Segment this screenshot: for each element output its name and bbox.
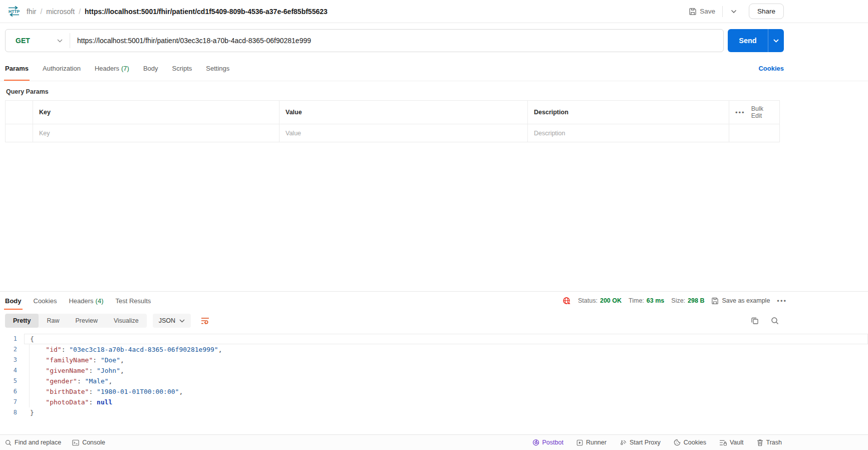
description-input[interactable]: [534, 130, 723, 137]
line-number[interactable]: 6: [0, 386, 24, 397]
status-label: Status:: [578, 297, 598, 304]
response-tab-headers-count: (4): [96, 297, 104, 305]
view-visualize-button[interactable]: Visualize: [106, 314, 147, 328]
breadcrumb: fhir / microsoft / https://localhost:500…: [27, 8, 328, 16]
time-indicator: Time: 63 ms: [629, 297, 664, 304]
code-line[interactable]: 2 "id": "03ec3c18-a70b-4acd-8365-06f9028…: [0, 344, 868, 355]
value-input[interactable]: [285, 130, 521, 137]
code-line[interactable]: 8 }: [0, 407, 868, 418]
url-input[interactable]: [70, 37, 723, 45]
response-tab-test-results[interactable]: Test Results: [116, 292, 151, 310]
response-tab-body-label: Body: [5, 297, 22, 305]
view-preview-button[interactable]: Preview: [67, 314, 105, 328]
bulk-edit-button[interactable]: Bulk Edit: [751, 105, 773, 119]
wrap-lines-icon[interactable]: [198, 314, 213, 327]
tab-settings[interactable]: Settings: [206, 56, 229, 81]
cookies-button[interactable]: Cookies: [674, 439, 706, 446]
time-value: 63 ms: [647, 297, 664, 304]
find-and-replace-button[interactable]: Find and replace: [5, 439, 61, 446]
request-title[interactable]: https://localhost:5001/fhir/patient/cd1f…: [85, 8, 328, 16]
tab-headers-count: (7): [121, 65, 129, 72]
code-line[interactable]: 1 {: [0, 334, 868, 344]
more-options-icon[interactable]: •••: [777, 297, 787, 305]
cookies-link[interactable]: Cookies: [758, 56, 784, 81]
line-number[interactable]: 3: [0, 355, 24, 365]
breadcrumb-separator: /: [40, 8, 42, 16]
tab-params[interactable]: Params: [5, 56, 29, 81]
request-tabs: Params Authorization Headers (7) Body Sc…: [0, 56, 868, 81]
breadcrumb-item-microsoft[interactable]: microsoft: [46, 8, 75, 16]
line-number[interactable]: 7: [0, 397, 24, 407]
runner-button[interactable]: Runner: [576, 439, 607, 446]
ssl-warning-icon[interactable]: [562, 297, 571, 305]
share-button[interactable]: Share: [749, 4, 784, 19]
indent: [30, 356, 46, 364]
indent: [30, 346, 46, 353]
key-input[interactable]: [39, 130, 273, 137]
send-button[interactable]: Send: [728, 29, 784, 52]
column-header-description: Description: [528, 101, 729, 124]
trash-button[interactable]: Trash: [757, 439, 782, 446]
send-label[interactable]: Send: [728, 29, 768, 52]
code-token: "Male": [85, 377, 109, 385]
tab-authorization[interactable]: Authorization: [43, 56, 81, 81]
console-button[interactable]: Console: [72, 439, 105, 446]
find-and-replace-label: Find and replace: [15, 439, 61, 446]
view-pretty-button[interactable]: Pretty: [5, 314, 39, 328]
method-chevron-down-icon: [57, 39, 63, 43]
select-all-cell: [6, 101, 33, 124]
save-icon: [689, 8, 697, 16]
line-number[interactable]: 8: [0, 407, 24, 418]
status-bar: Find and replace Console Postbot: [0, 434, 868, 450]
console-label: Console: [82, 439, 105, 446]
code-token: "1980-01-01T00:00:00": [97, 388, 179, 395]
line-number[interactable]: 2: [0, 344, 24, 355]
tab-body-label: Body: [143, 65, 158, 72]
code-line[interactable]: 7 "photoData": null: [0, 397, 868, 407]
breadcrumb-item-fhir[interactable]: fhir: [27, 8, 36, 16]
response-tab-headers[interactable]: Headers (4): [69, 292, 103, 310]
language-select[interactable]: JSON: [153, 314, 191, 328]
vault-button[interactable]: Vault: [719, 439, 744, 446]
code-token: null: [97, 398, 112, 406]
code-line[interactable]: 3 "familyName": "Doe",: [0, 355, 868, 365]
svg-text:HTTP: HTTP: [9, 9, 20, 14]
breadcrumb-separator: /: [79, 8, 81, 16]
key-cell: [33, 124, 279, 142]
code-token: "id": [46, 346, 61, 353]
copy-icon[interactable]: [751, 317, 759, 325]
start-proxy-label: Start Proxy: [630, 439, 661, 446]
postbot-button[interactable]: Postbot: [532, 439, 563, 446]
column-header-key: Key: [33, 101, 279, 124]
response-tab-cookies[interactable]: Cookies: [34, 292, 57, 310]
more-actions-icon[interactable]: •••: [735, 109, 745, 116]
response-tab-body[interactable]: Body: [5, 292, 22, 310]
response-body-editor[interactable]: 1 { 2 "id": "03ec3c18-a70b-4acd-8365-06f…: [0, 334, 868, 418]
line-number[interactable]: 4: [0, 365, 24, 376]
code-line[interactable]: 4 "givenName": "John",: [0, 365, 868, 376]
tab-headers[interactable]: Headers (7): [95, 56, 129, 81]
save-button[interactable]: Save: [689, 8, 715, 16]
tab-body[interactable]: Body: [143, 56, 158, 81]
code-line[interactable]: 5 "gender": "Male",: [0, 376, 868, 386]
code-token: ,: [109, 377, 113, 385]
view-raw-button[interactable]: Raw: [39, 314, 67, 328]
method-selector[interactable]: GET: [6, 37, 70, 45]
line-number[interactable]: 5: [0, 376, 24, 386]
empty-area: [0, 142, 868, 291]
tab-scripts[interactable]: Scripts: [172, 56, 192, 81]
line-number[interactable]: 1: [0, 334, 24, 344]
save-as-example-button[interactable]: Save as example: [711, 297, 770, 305]
code-token: :: [89, 398, 97, 406]
save-options-chevron-down-icon[interactable]: [728, 8, 740, 16]
code-token: :: [89, 367, 97, 374]
send-options-chevron-down-icon[interactable]: [768, 29, 784, 52]
language-chevron-down-icon: [179, 319, 185, 323]
code-token: ,: [218, 346, 222, 353]
code-line[interactable]: 6 "birthDate": "1980-01-01T00:00:00",: [0, 386, 868, 397]
start-proxy-button[interactable]: Start Proxy: [620, 439, 661, 446]
indent: [30, 388, 46, 395]
indent: [30, 367, 46, 374]
response-tab-headers-label: Headers: [69, 297, 93, 305]
search-icon[interactable]: [771, 317, 779, 325]
